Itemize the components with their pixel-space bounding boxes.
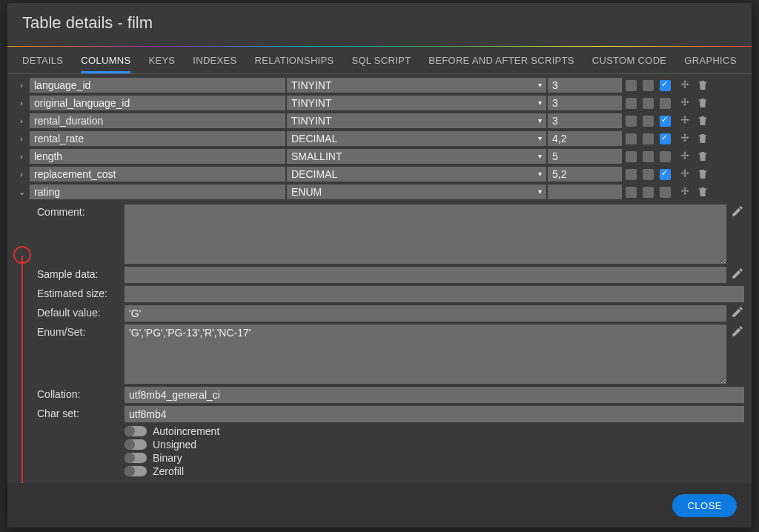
toggle-unsigned[interactable]: [125, 439, 147, 450]
column-size-cell[interactable]: 3: [548, 113, 622, 128]
tab-keys[interactable]: KEYS: [148, 47, 175, 73]
default-input[interactable]: [125, 305, 726, 322]
column-type-select[interactable]: TINYINT: [287, 78, 546, 93]
column-checkbox-1[interactable]: [626, 187, 637, 198]
column-size-cell[interactable]: 5,2: [548, 167, 622, 182]
tab-details[interactable]: DETAILS: [22, 47, 63, 73]
column-type-select[interactable]: SMALLINT: [287, 149, 546, 164]
move-icon[interactable]: [679, 115, 691, 127]
column-size-cell[interactable]: 4,2: [548, 131, 622, 146]
chevron-right-icon[interactable]: ›: [15, 134, 28, 143]
dialog-footer: CLOSE: [7, 483, 752, 528]
edit-icon[interactable]: [731, 205, 744, 218]
tab-graphics[interactable]: GRAPHICS: [684, 47, 736, 73]
table-details-dialog: Table details - film DETAILSCOLUMNSKEYSI…: [7, 3, 752, 528]
move-icon[interactable]: [679, 79, 691, 91]
column-name-cell[interactable]: rating: [30, 184, 285, 199]
column-checkbox-3[interactable]: [660, 169, 671, 180]
collation-input[interactable]: [125, 387, 744, 403]
tab-columns[interactable]: COLUMNS: [81, 47, 130, 73]
column-type-select[interactable]: ENUM: [287, 184, 546, 199]
delete-icon[interactable]: [697, 133, 709, 144]
column-checkbox-3[interactable]: [660, 187, 671, 198]
edit-icon[interactable]: [731, 267, 744, 280]
tab-before-and-after-scripts[interactable]: BEFORE AND AFTER SCRIPTS: [428, 47, 574, 73]
toggle-autoincrement[interactable]: [125, 426, 147, 436]
chevron-right-icon[interactable]: ›: [15, 116, 28, 125]
column-checkbox-3[interactable]: [660, 151, 671, 162]
move-icon[interactable]: [679, 168, 691, 180]
tab-custom-code[interactable]: CUSTOM CODE: [592, 47, 667, 73]
column-type-select[interactable]: DECIMAL: [287, 131, 546, 146]
column-row: ›original_language_idTINYINT3: [15, 95, 744, 111]
annotation-line: [21, 256, 23, 483]
column-type-select[interactable]: TINYINT: [287, 113, 546, 128]
delete-icon[interactable]: [697, 97, 709, 109]
column-checkbox-2[interactable]: [643, 116, 654, 127]
column-type-select[interactable]: TINYINT: [287, 96, 546, 110]
column-checkbox-2[interactable]: [643, 98, 654, 109]
toggle-binary[interactable]: [125, 453, 147, 463]
edit-icon[interactable]: [731, 325, 744, 338]
column-name-cell[interactable]: rental_rate: [30, 131, 285, 146]
chevron-right-icon[interactable]: ›: [15, 170, 28, 179]
move-icon[interactable]: [679, 186, 691, 198]
column-name-cell[interactable]: rental_duration: [30, 113, 285, 128]
chevron-right-icon[interactable]: ›: [15, 99, 28, 107]
toggle-label: Unsigned: [153, 439, 196, 450]
toggle-zerofill[interactable]: [125, 466, 147, 476]
column-checkbox-2[interactable]: [643, 133, 654, 144]
collation-label: Collation:: [37, 387, 125, 400]
tab-relationships[interactable]: RELATIONSHIPS: [255, 47, 334, 73]
estimated-input[interactable]: [125, 286, 744, 302]
column-checkbox-3[interactable]: [660, 98, 671, 109]
move-icon[interactable]: [679, 150, 691, 162]
column-checkbox-1[interactable]: [626, 151, 637, 162]
edit-icon[interactable]: [731, 305, 744, 319]
enum-textarea[interactable]: 'G','PG','PG-13','R','NC-17': [125, 325, 726, 384]
column-size-cell[interactable]: 3: [548, 96, 622, 110]
column-name-cell[interactable]: length: [30, 149, 285, 164]
column-checkbox-2[interactable]: [643, 80, 654, 91]
column-row: ›language_idTINYINT3: [15, 77, 744, 93]
column-checkbox-2[interactable]: [643, 151, 654, 162]
column-checkbox-3[interactable]: [660, 133, 671, 144]
column-name-cell[interactable]: language_id: [30, 78, 285, 93]
move-icon[interactable]: [679, 133, 691, 144]
column-checkbox-3[interactable]: [660, 116, 671, 127]
toggle-label: Binary: [153, 452, 182, 464]
tab-indexes[interactable]: INDEXES: [193, 47, 236, 73]
estimated-label: Estimated size:: [37, 286, 125, 299]
sampledata-label: Sample data:: [37, 267, 125, 280]
column-size-cell[interactable]: 3: [548, 78, 622, 93]
chevron-down-icon[interactable]: ⌄: [15, 187, 28, 197]
delete-icon[interactable]: [697, 115, 709, 127]
column-checkbox-1[interactable]: [626, 133, 637, 144]
move-icon[interactable]: [679, 97, 691, 109]
delete-icon[interactable]: [697, 168, 709, 180]
column-checkbox-1[interactable]: [626, 116, 637, 127]
tab-bar: DETAILSCOLUMNSKEYSINDEXESRELATIONSHIPSSQ…: [7, 46, 752, 74]
dialog-title: Table details - film: [7, 3, 752, 46]
column-size-cell[interactable]: [548, 184, 622, 199]
charset-input[interactable]: [125, 406, 744, 422]
column-type-select[interactable]: DECIMAL: [287, 167, 546, 182]
column-checkbox-2[interactable]: [643, 169, 654, 180]
sampledata-input[interactable]: [125, 267, 726, 283]
delete-icon[interactable]: [697, 150, 709, 162]
close-button[interactable]: CLOSE: [672, 494, 737, 517]
column-checkbox-1[interactable]: [626, 169, 637, 180]
chevron-right-icon[interactable]: ›: [15, 81, 28, 90]
column-checkbox-1[interactable]: [626, 80, 637, 91]
column-name-cell[interactable]: original_language_id: [30, 96, 285, 110]
tab-sql-script[interactable]: SQL SCRIPT: [351, 47, 411, 73]
column-checkbox-2[interactable]: [643, 187, 654, 198]
chevron-right-icon[interactable]: ›: [15, 152, 28, 161]
delete-icon[interactable]: [697, 79, 709, 91]
comment-textarea[interactable]: [125, 205, 726, 264]
delete-icon[interactable]: [697, 186, 709, 198]
column-name-cell[interactable]: replacement_cost: [30, 167, 285, 182]
column-checkbox-3[interactable]: [660, 80, 671, 91]
column-size-cell[interactable]: 5: [548, 149, 622, 164]
column-checkbox-1[interactable]: [626, 98, 637, 109]
